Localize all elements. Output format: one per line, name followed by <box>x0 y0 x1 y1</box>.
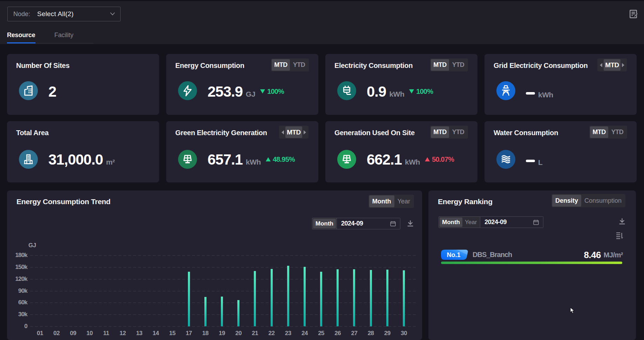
svg-text:No.1: No.1 <box>447 251 460 258</box>
